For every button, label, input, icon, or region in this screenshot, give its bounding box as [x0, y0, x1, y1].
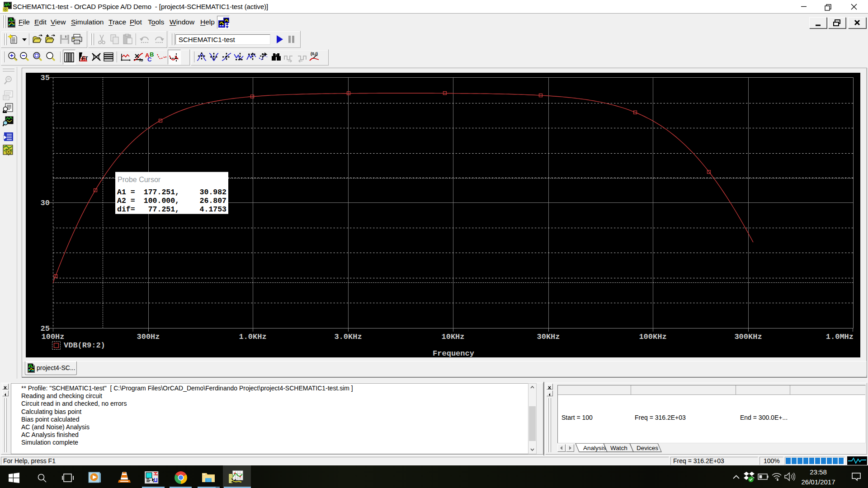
svg-text:(0,I): (0,I)	[311, 52, 318, 56]
svg-text:77.251,: 77.251,	[148, 205, 179, 214]
svg-text:A2 =: A2 =	[117, 197, 135, 205]
svg-text:dif=: dif=	[117, 205, 135, 214]
svg-text:Watch: Watch	[610, 445, 627, 451]
svg-text:1.0MHz: 1.0MHz	[826, 333, 854, 341]
svg-text:1.0KHz: 1.0KHz	[239, 333, 266, 341]
svg-text:300Hz: 300Hz	[137, 333, 160, 341]
svg-text:4.1753: 4.1753	[200, 205, 227, 214]
svg-text:Frequency: Frequency	[433, 349, 474, 357]
svg-text:fo: fo	[139, 58, 143, 62]
svg-text:Analysis: Analysis	[583, 445, 606, 451]
svg-text:Devices: Devices	[637, 445, 658, 451]
svg-text:FT: FT	[82, 56, 88, 61]
svg-text:C: C	[147, 56, 152, 62]
svg-text:35: 35	[41, 74, 50, 82]
svg-text:A1 =: A1 =	[117, 188, 135, 197]
svg-text:300KHz: 300KHz	[734, 333, 762, 341]
svg-text:25: 25	[41, 324, 50, 333]
svg-text:VDB(R9:2): VDB(R9:2)	[64, 341, 105, 350]
svg-text:3.0KHz: 3.0KHz	[334, 333, 362, 341]
svg-text:100.000,: 100.000,	[144, 197, 179, 205]
svg-text:100KHz: 100KHz	[639, 333, 666, 341]
svg-text:30KHz: 30KHz	[537, 333, 560, 341]
svg-text:177.251,: 177.251,	[144, 188, 179, 197]
svg-text:Probe Cursor: Probe Cursor	[118, 176, 161, 183]
svg-text:100Hz: 100Hz	[41, 333, 64, 341]
svg-text:30: 30	[41, 199, 50, 207]
svg-text:10KHz: 10KHz	[441, 333, 464, 341]
svg-text:26.807: 26.807	[200, 197, 226, 205]
svg-text:30.982: 30.982	[200, 188, 226, 197]
